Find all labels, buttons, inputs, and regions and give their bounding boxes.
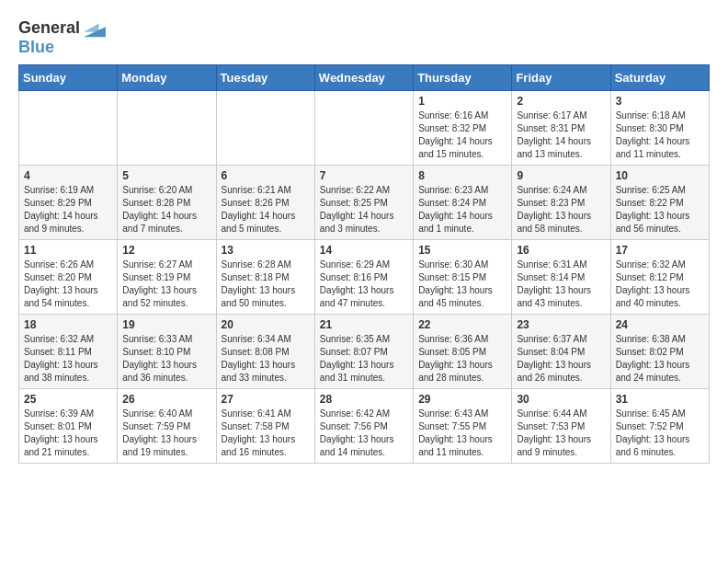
- day-number: 14: [320, 244, 408, 257]
- column-header-sunday: Sunday: [19, 64, 118, 90]
- day-number: 16: [517, 244, 605, 257]
- calendar-cell: 23Sunrise: 6:37 AMSunset: 8:04 PMDayligh…: [512, 314, 610, 388]
- day-info: Daylight: 14 hours and 11 minutes.: [616, 135, 704, 161]
- day-info: Sunrise: 6:34 AM: [222, 333, 310, 346]
- day-info: Sunrise: 6:19 AM: [24, 184, 112, 197]
- day-info: Sunset: 8:29 PM: [24, 197, 112, 210]
- day-info: Daylight: 13 hours and 21 minutes.: [24, 433, 112, 459]
- day-number: 2: [517, 95, 605, 108]
- day-info: Sunrise: 6:26 AM: [24, 259, 112, 271]
- svg-marker-1: [84, 24, 99, 32]
- day-number: 29: [418, 393, 506, 406]
- calendar-cell: 11Sunrise: 6:26 AMSunset: 8:20 PMDayligh…: [19, 239, 118, 314]
- day-info: Sunrise: 6:28 AM: [222, 259, 310, 271]
- day-info: Sunrise: 6:22 AM: [320, 184, 408, 197]
- logo: General Blue: [18, 18, 108, 57]
- calendar-cell: 8Sunrise: 6:23 AMSunset: 8:24 PMDaylight…: [414, 165, 512, 239]
- day-info: Daylight: 14 hours and 5 minutes.: [222, 210, 310, 236]
- day-number: 18: [24, 318, 112, 331]
- calendar-cell: 31Sunrise: 6:45 AMSunset: 7:52 PMDayligh…: [610, 388, 709, 463]
- day-info: Sunset: 8:10 PM: [122, 346, 210, 359]
- day-number: 10: [616, 169, 704, 182]
- day-info: Sunset: 8:14 PM: [517, 271, 605, 284]
- day-info: Sunset: 8:26 PM: [222, 197, 310, 210]
- day-info: Sunset: 8:11 PM: [24, 346, 112, 359]
- calendar-cell: 13Sunrise: 6:28 AMSunset: 8:18 PMDayligh…: [216, 239, 314, 314]
- calendar-table: SundayMondayTuesdayWednesdayThursdayFrid…: [18, 64, 710, 464]
- day-number: 6: [222, 169, 310, 182]
- day-info: Sunrise: 6:27 AM: [122, 259, 210, 271]
- column-header-tuesday: Tuesday: [216, 64, 314, 90]
- day-number: 5: [122, 169, 210, 182]
- day-info: Daylight: 14 hours and 15 minutes.: [418, 135, 506, 161]
- logo-icon: [82, 18, 108, 39]
- day-number: 31: [616, 393, 704, 406]
- day-info: Sunrise: 6:41 AM: [222, 408, 310, 420]
- calendar-cell: 20Sunrise: 6:34 AMSunset: 8:08 PMDayligh…: [216, 314, 314, 388]
- day-number: 15: [418, 244, 506, 257]
- calendar-cell: 7Sunrise: 6:22 AMSunset: 8:25 PMDaylight…: [314, 165, 413, 239]
- day-info: Sunrise: 6:18 AM: [616, 109, 704, 122]
- day-info: Daylight: 13 hours and 45 minutes.: [418, 284, 506, 310]
- day-info: Daylight: 13 hours and 14 minutes.: [320, 433, 408, 459]
- day-info: Sunset: 8:15 PM: [418, 271, 506, 284]
- day-number: 22: [418, 318, 506, 331]
- day-number: 27: [222, 393, 310, 406]
- day-info: Sunset: 7:58 PM: [222, 420, 310, 433]
- day-info: Daylight: 14 hours and 3 minutes.: [320, 210, 408, 236]
- day-info: Daylight: 14 hours and 7 minutes.: [122, 210, 210, 236]
- day-info: Sunrise: 6:36 AM: [418, 333, 506, 346]
- day-info: Sunrise: 6:17 AM: [517, 109, 605, 122]
- column-header-thursday: Thursday: [414, 64, 512, 90]
- day-number: 9: [517, 169, 605, 182]
- day-info: Daylight: 14 hours and 1 minute.: [418, 210, 506, 236]
- day-info: Daylight: 13 hours and 52 minutes.: [122, 284, 210, 310]
- day-number: 12: [122, 244, 210, 257]
- day-info: Daylight: 13 hours and 9 minutes.: [517, 433, 605, 459]
- calendar-cell: 19Sunrise: 6:33 AMSunset: 8:10 PMDayligh…: [118, 314, 216, 388]
- day-info: Sunrise: 6:33 AM: [122, 333, 210, 346]
- day-info: Daylight: 13 hours and 11 minutes.: [418, 433, 506, 459]
- day-info: Sunset: 8:28 PM: [122, 197, 210, 210]
- day-info: Sunset: 7:55 PM: [418, 420, 506, 433]
- calendar-cell: 25Sunrise: 6:39 AMSunset: 8:01 PMDayligh…: [19, 388, 118, 463]
- day-info: Sunset: 8:22 PM: [616, 197, 704, 210]
- day-info: Sunset: 8:07 PM: [320, 346, 408, 359]
- day-info: Daylight: 13 hours and 26 minutes.: [517, 359, 605, 385]
- day-info: Sunset: 8:24 PM: [418, 197, 506, 210]
- day-info: Sunrise: 6:25 AM: [616, 184, 704, 197]
- day-number: 13: [222, 244, 310, 257]
- calendar-week-row: 11Sunrise: 6:26 AMSunset: 8:20 PMDayligh…: [19, 239, 710, 314]
- day-info: Sunset: 8:31 PM: [517, 122, 605, 135]
- calendar-cell: 6Sunrise: 6:21 AMSunset: 8:26 PMDaylight…: [216, 165, 314, 239]
- day-number: 17: [616, 244, 704, 257]
- day-info: Sunset: 8:19 PM: [122, 271, 210, 284]
- day-info: Sunrise: 6:16 AM: [418, 109, 506, 122]
- day-info: Sunrise: 6:44 AM: [517, 408, 605, 420]
- calendar-cell: 15Sunrise: 6:30 AMSunset: 8:15 PMDayligh…: [414, 239, 512, 314]
- logo-text-line1: General: [18, 19, 80, 38]
- day-number: 26: [122, 393, 210, 406]
- day-number: 8: [418, 169, 506, 182]
- calendar-cell: 16Sunrise: 6:31 AMSunset: 8:14 PMDayligh…: [512, 239, 610, 314]
- day-number: 4: [24, 169, 112, 182]
- day-info: Sunset: 8:23 PM: [517, 197, 605, 210]
- calendar-cell: 27Sunrise: 6:41 AMSunset: 7:58 PMDayligh…: [216, 388, 314, 463]
- calendar-header-row: SundayMondayTuesdayWednesdayThursdayFrid…: [19, 64, 710, 90]
- calendar-week-row: 25Sunrise: 6:39 AMSunset: 8:01 PMDayligh…: [19, 388, 710, 463]
- day-info: Daylight: 13 hours and 24 minutes.: [616, 359, 704, 385]
- day-info: Sunset: 8:02 PM: [616, 346, 704, 359]
- page-header: General Blue: [18, 15, 710, 57]
- day-info: Sunrise: 6:37 AM: [517, 333, 605, 346]
- day-info: Sunset: 7:59 PM: [122, 420, 210, 433]
- day-info: Sunrise: 6:30 AM: [418, 259, 506, 271]
- day-info: Daylight: 13 hours and 40 minutes.: [616, 284, 704, 310]
- day-info: Sunset: 7:56 PM: [320, 420, 408, 433]
- day-info: Sunset: 8:04 PM: [517, 346, 605, 359]
- day-number: 20: [222, 318, 310, 331]
- day-info: Sunset: 8:16 PM: [320, 271, 408, 284]
- day-info: Daylight: 13 hours and 16 minutes.: [222, 433, 310, 459]
- column-header-monday: Monday: [118, 64, 216, 90]
- calendar-cell: 28Sunrise: 6:42 AMSunset: 7:56 PMDayligh…: [314, 388, 413, 463]
- day-number: 7: [320, 169, 408, 182]
